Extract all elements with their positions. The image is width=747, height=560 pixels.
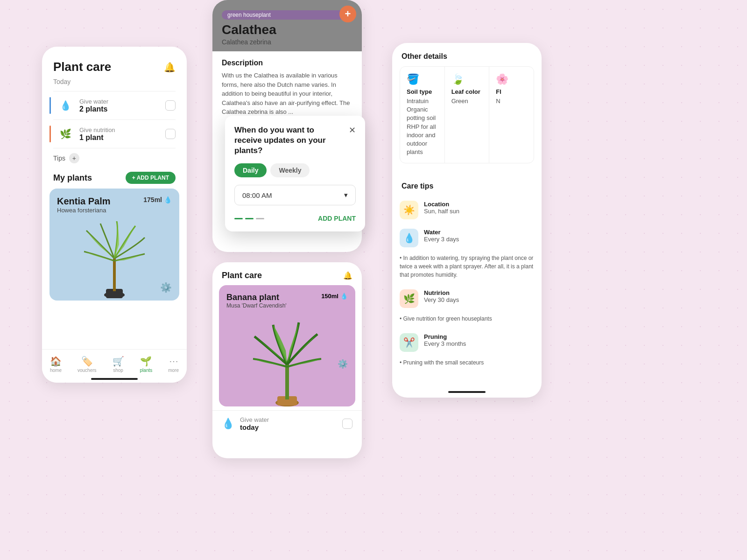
dot-2 [245, 218, 254, 219]
pruning-note: • Pruning with the small secateurs [392, 357, 542, 372]
banana-task-checkbox[interactable] [342, 419, 352, 429]
care-details-card: Other details 🪣 Soil type Intratuin Orga… [392, 43, 542, 398]
water-icon: 💧 [60, 100, 71, 111]
nutrition-care-icon: 🌿 [403, 293, 415, 304]
sun-icon: ⚙️ [160, 282, 172, 293]
my-plants-title: My plants [53, 173, 92, 183]
my-plants-header: My plants + ADD PLANT [42, 168, 187, 189]
tab-daily[interactable]: Daily [234, 163, 267, 177]
banana-task-water-icon: 💧 [222, 418, 234, 430]
plants-icon: 🌱 [140, 356, 152, 367]
dot-3 [256, 218, 264, 219]
calathea-description: Description With us the Calathea is avai… [212, 51, 362, 124]
nutrition-label: Nutririon [424, 289, 459, 296]
sun-care-icon: ☀️ [403, 204, 415, 216]
care-tips-section: Care tips ☀️ Location Sun, half sun 💧 Wa… [392, 173, 542, 372]
task-water-checkbox[interactable] [165, 100, 176, 111]
pruning-text: Pruning Every 3 months [424, 333, 466, 347]
task-nutrition-subtitle: 1 plant [79, 133, 160, 142]
plant-name: Kentia Palm [57, 196, 110, 207]
modal-title: When do you want to receive updates on y… [234, 125, 342, 156]
water-drop-icon: 💧 [164, 196, 172, 203]
water-value: Every 3 days [424, 236, 459, 243]
task-nutrition-checkbox[interactable] [165, 129, 176, 139]
svg-rect-2 [113, 259, 116, 291]
shop-icon: 🛒 [113, 356, 124, 367]
task-water: 💧 Give water 2 plants [42, 91, 187, 119]
plant-water-amount: 175ml [143, 196, 162, 203]
kentia-palm-image [82, 221, 147, 301]
nav-vouchers[interactable]: 🏷️ vouchers [78, 356, 97, 373]
leaf-color-icon: 🍃 [451, 73, 483, 85]
nav-plants[interactable]: 🌱 plants [140, 356, 153, 373]
banana-card-inner[interactable]: Banana plant Musa 'Dwarf Cavendish' 150m… [219, 285, 355, 406]
add-plant-button[interactable]: + ADD PLANT [126, 172, 176, 184]
soil-cell: 🪣 Soil type Intratuin Organic potting so… [400, 67, 445, 163]
leaf-cell: 🍃 Leaf color Green [445, 67, 490, 163]
water-label: Water [424, 229, 459, 236]
bell-icon[interactable]: 🔔 [164, 62, 176, 73]
nav-vouchers-label: vouchers [78, 368, 97, 373]
nav-shop[interactable]: 🛒 shop [113, 356, 124, 373]
soil-icon: 🪣 [407, 73, 438, 85]
calathea-add-button[interactable]: + [339, 6, 356, 22]
plant-latin: Howea forsteriana [57, 207, 110, 214]
calathea-name: Calathea [222, 22, 352, 37]
task-accent-blue [49, 97, 51, 114]
water-care-icon: 💧 [403, 232, 415, 244]
banana-water-amount: 150ml [321, 293, 338, 300]
water-icon-wrap: 💧 [400, 229, 418, 247]
nutrition-text: Nutririon Very 30 days [424, 289, 459, 303]
modal-add-plant-button[interactable]: ADD PLANT [318, 215, 356, 222]
task-nutrition-title: Give nutrition [79, 126, 160, 133]
modal-footer: ADD PLANT [234, 215, 356, 222]
tab-weekly[interactable]: Weekly [270, 163, 310, 177]
description-text: With us the Calathea is available in var… [222, 71, 352, 117]
card1-header: Plant care 🔔 [42, 47, 187, 78]
card3-bell-icon: 🔔 [343, 271, 352, 280]
water-note: • In addition to watering, try spraying … [392, 252, 542, 285]
home-icon: 🏠 [50, 356, 62, 367]
location-icon-wrap: ☀️ [400, 201, 418, 219]
pruning-value: Every 3 months [424, 340, 466, 347]
nav-home[interactable]: 🏠 home [50, 356, 62, 373]
leaf-value: Green [451, 97, 483, 105]
banana-task-text: Give water today [240, 416, 337, 431]
task-nutrition: 🌿 Give nutrition 1 plant [42, 120, 187, 148]
modal-close-button[interactable]: ✕ [349, 125, 356, 135]
bottom-nav: 🏠 home 🏷️ vouchers 🛒 shop 🌱 plants ⋯ mor… [42, 349, 187, 383]
time-picker[interactable]: 08:00 AM ▾ [234, 185, 356, 205]
task-accent-orange [49, 126, 51, 142]
pruning-care-icon: ✂️ [403, 337, 415, 348]
progress-dots [234, 218, 264, 219]
flower-value: N [496, 97, 527, 105]
banana-task-row: 💧 Give water today [212, 410, 362, 437]
nav-plants-label: plants [140, 368, 153, 373]
notification-modal: When do you want to receive updates on y… [225, 116, 365, 231]
water-text: Water Every 3 days [424, 229, 459, 243]
modal-header: When do you want to receive updates on y… [234, 125, 356, 156]
flower-label: Fl [496, 88, 527, 95]
water-task-icon-wrap: 💧 [57, 97, 74, 114]
plant-care-card: Plant care 🔔 Today 💧 Give water 2 plants… [42, 47, 187, 383]
kentia-palm-card[interactable]: Kentia Palm Howea forsteriana 175ml 💧 ⚙️ [49, 189, 179, 301]
tips-plus-button[interactable]: + [69, 153, 79, 163]
card3-header: Plant care 🔔 [212, 262, 362, 285]
banana-name: Banana plant [226, 293, 287, 302]
banana-water: 150ml 💧 [321, 293, 348, 300]
banana-water-drop-icon: 💧 [340, 293, 348, 300]
more-icon: ⋯ [169, 356, 178, 367]
plant-water: 175ml 💧 [143, 196, 172, 203]
soil-label: Soil type [407, 88, 438, 95]
flower-cell: 🌸 Fl N [489, 67, 534, 163]
banana-task-label: Give water [240, 416, 337, 423]
vouchers-icon: 🏷️ [81, 356, 93, 367]
banana-task-value: today [240, 423, 337, 431]
calathea-latin: Calathea zebrina [222, 38, 352, 46]
task-water-text: Give water 2 plants [79, 98, 160, 113]
card4-home-indicator [448, 391, 486, 393]
time-value: 08:00 AM [242, 191, 272, 199]
nav-more[interactable]: ⋯ more [168, 356, 179, 373]
nutrition-value: Very 30 days [424, 296, 459, 303]
location-text: Location Sun, half sun [424, 201, 459, 215]
